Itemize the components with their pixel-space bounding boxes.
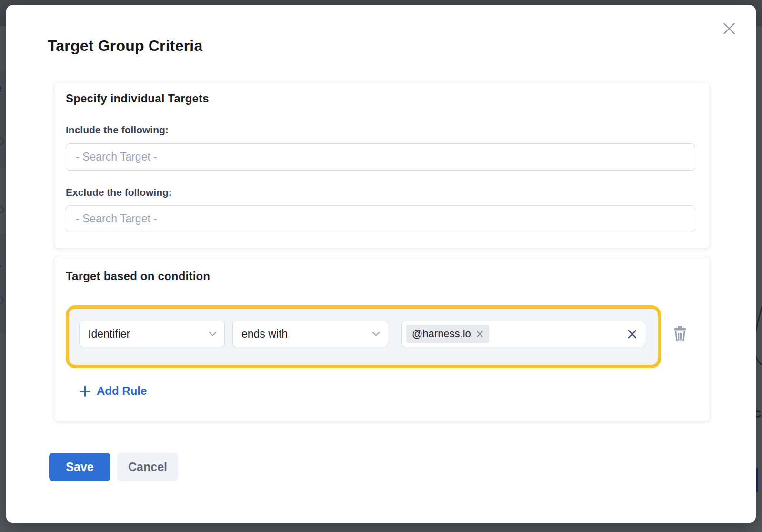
background-text-fragment: pe xyxy=(0,81,2,96)
condition-heading: Target based on condition xyxy=(66,270,210,283)
individual-targets-card: Specify individual Targets Include the f… xyxy=(54,82,710,249)
remove-tag-icon[interactable] xyxy=(476,331,483,338)
background-radio-fragment xyxy=(0,206,4,214)
close-button[interactable] xyxy=(719,18,740,39)
exclude-target-search-input[interactable] xyxy=(66,205,695,232)
include-label: Include the following: xyxy=(66,124,169,136)
operator-select-value: ends with xyxy=(241,328,288,341)
condition-rule-row: Identifier ends with @harness.io xyxy=(66,305,661,368)
background-bar-fragment xyxy=(756,468,758,492)
background-text-fragment: r xyxy=(0,260,1,277)
individual-targets-heading: Specify individual Targets xyxy=(66,92,209,105)
add-rule-label: Add Rule xyxy=(97,384,147,398)
save-button[interactable]: Save xyxy=(49,453,110,481)
include-target-search-input[interactable] xyxy=(66,143,695,171)
value-chip-label: @harness.io xyxy=(412,328,471,340)
attribute-select-value: Identifier xyxy=(88,328,130,341)
plus-icon xyxy=(79,385,91,397)
target-group-criteria-dialog: Target Group Criteria Specify individual… xyxy=(6,5,756,523)
operator-select[interactable]: ends with xyxy=(232,321,388,347)
close-icon xyxy=(722,21,736,36)
chevron-down-icon xyxy=(209,331,217,337)
page-title: Target Group Criteria xyxy=(48,37,202,55)
condition-card: Target based on condition Identifier end… xyxy=(54,256,710,422)
delete-rule-button[interactable] xyxy=(672,325,689,343)
trash-icon xyxy=(673,326,687,341)
clear-icon[interactable] xyxy=(627,329,637,339)
exclude-label: Exclude the following: xyxy=(66,187,172,198)
values-tag-input[interactable]: @harness.io xyxy=(401,321,645,347)
background-card-band xyxy=(0,233,7,333)
chevron-down-icon xyxy=(372,331,380,337)
cancel-button[interactable]: Cancel xyxy=(117,453,178,481)
add-rule-button[interactable]: Add Rule xyxy=(79,384,147,398)
attribute-select[interactable]: Identifier xyxy=(79,321,225,347)
value-chip: @harness.io xyxy=(406,325,489,343)
